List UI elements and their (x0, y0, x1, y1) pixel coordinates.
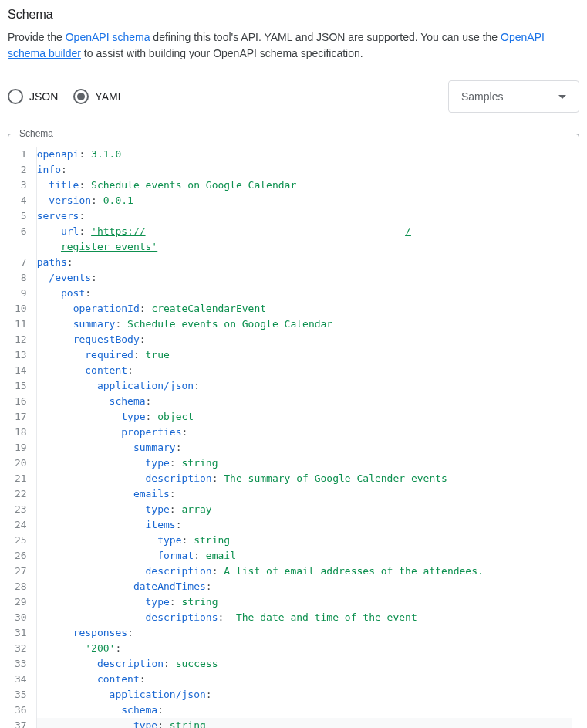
code-line[interactable]: requestBody: (36, 332, 572, 347)
radio-dot-icon (77, 93, 85, 100)
code-line[interactable]: - url: 'https:// / (36, 224, 572, 239)
code-line[interactable]: descriptions: The date and time of the e… (36, 610, 572, 625)
line-number: 11 (15, 317, 27, 332)
line-number: 25 (15, 533, 27, 548)
code-line[interactable]: items: (36, 517, 572, 533)
line-number: 15 (15, 378, 27, 394)
code-line[interactable]: content: (36, 363, 572, 378)
code-line[interactable]: version: 0.0.1 (36, 193, 572, 208)
code-line[interactable]: /events: (36, 270, 572, 286)
yaml-radio-label: YAML (95, 90, 123, 103)
line-number: 22 (15, 486, 27, 502)
line-number: 36 (15, 703, 27, 718)
schema-section: Schema Provide the OpenAPI schema defini… (8, 8, 579, 728)
code-line[interactable]: summary: (36, 440, 572, 455)
openapi-schema-link[interactable]: OpenAPI schema (66, 31, 150, 43)
line-number: 37 (15, 718, 27, 728)
code-line[interactable]: content: (36, 672, 572, 687)
line-number: 30 (15, 610, 27, 625)
code-lines[interactable]: openapi: 3.1.0info: title: Schedule even… (36, 147, 572, 728)
line-number: 4 (15, 193, 27, 208)
line-number: 32 (15, 641, 27, 656)
code-line[interactable]: format: email (36, 548, 572, 564)
radio-icon (8, 89, 23, 104)
section-title: Schema (8, 8, 579, 22)
code-line[interactable]: type: object (36, 409, 572, 425)
line-number: 21 (15, 471, 27, 486)
line-number: 27 (15, 564, 27, 579)
code-line[interactable]: description: success (36, 656, 572, 672)
code-line[interactable]: schema: (36, 394, 572, 409)
line-number: 9 (15, 286, 27, 301)
line-number: 5 (15, 208, 27, 224)
format-controls-row: JSON YAML Samples (8, 80, 579, 113)
code-line[interactable]: required: true (36, 347, 572, 363)
code-line[interactable]: properties: (36, 425, 572, 440)
line-number: 10 (15, 301, 27, 317)
code-line[interactable]: servers: (36, 208, 572, 224)
radio-icon (73, 89, 89, 104)
code-line[interactable]: openapi: 3.1.0 (36, 147, 572, 162)
yaml-radio-option[interactable]: YAML (73, 89, 123, 104)
line-number: 31 (15, 625, 27, 641)
line-number: 34 (15, 672, 27, 687)
line-number: 14 (15, 363, 27, 378)
json-radio-option[interactable]: JSON (8, 89, 58, 104)
description-text: to assist with building your OpenAPI sch… (81, 47, 363, 59)
code-line[interactable]: type: string (36, 455, 572, 471)
json-radio-label: JSON (29, 90, 58, 103)
code-line[interactable]: paths: (36, 255, 572, 270)
line-number: 19 (15, 440, 27, 455)
line-number: 2 (15, 162, 27, 178)
line-number: 28 (15, 579, 27, 594)
samples-dropdown-label: Samples (461, 90, 503, 103)
code-line[interactable]: title: Schedule events on Google Calenda… (36, 178, 572, 193)
line-number: 18 (15, 425, 27, 440)
code-line[interactable]: post: (36, 286, 572, 301)
code-line[interactable]: operationId: createCalendarEvent (36, 301, 572, 317)
line-number: 12 (15, 332, 27, 347)
code-line[interactable]: register_events' (36, 239, 572, 255)
section-description: Provide the OpenAPI schema defining this… (8, 29, 579, 62)
line-number: 29 (15, 594, 27, 610)
line-number (15, 239, 27, 255)
code-line[interactable]: application/json: (36, 687, 572, 703)
line-number: 17 (15, 409, 27, 425)
description-text: defining this tool's API. YAML and JSON … (150, 31, 501, 43)
line-number: 1 (15, 147, 27, 162)
schema-fieldset: Schema 123456789101112131415161718192021… (8, 128, 579, 728)
code-line[interactable]: type: array (36, 502, 572, 517)
chevron-down-icon (558, 95, 566, 99)
code-line[interactable]: type: string (36, 718, 572, 728)
code-editor[interactable]: 1234567891011121314151617181920212223242… (15, 147, 572, 728)
description-text: Provide the (8, 31, 66, 43)
code-line[interactable]: '200': (36, 641, 572, 656)
line-number: 20 (15, 455, 27, 471)
code-line[interactable]: dateAndTimes: (36, 579, 572, 594)
code-line[interactable]: emails: (36, 486, 572, 502)
line-number: 8 (15, 270, 27, 286)
fieldset-legend: Schema (15, 128, 58, 139)
line-number-gutter: 1234567891011121314151617181920212223242… (15, 147, 36, 728)
code-line[interactable]: description: A list of email addresses o… (36, 564, 572, 579)
code-line[interactable]: description: The summary of Google Calen… (36, 471, 572, 486)
code-line[interactable]: type: string (36, 594, 572, 610)
line-number: 13 (15, 347, 27, 363)
code-line[interactable]: summary: Schedule events on Google Calen… (36, 317, 572, 332)
line-number: 23 (15, 502, 27, 517)
line-number: 7 (15, 255, 27, 270)
line-number: 6 (15, 224, 27, 239)
format-radio-group: JSON YAML (8, 89, 123, 104)
line-number: 16 (15, 394, 27, 409)
line-number: 26 (15, 548, 27, 564)
code-line[interactable]: type: string (36, 533, 572, 548)
samples-dropdown[interactable]: Samples (448, 80, 579, 113)
code-line[interactable]: info: (36, 162, 572, 178)
line-number: 24 (15, 517, 27, 533)
code-line[interactable]: schema: (36, 703, 572, 718)
code-line[interactable]: responses: (36, 625, 572, 641)
line-number: 33 (15, 656, 27, 672)
line-number: 35 (15, 687, 27, 703)
code-line[interactable]: application/json: (36, 378, 572, 394)
line-number: 3 (15, 178, 27, 193)
